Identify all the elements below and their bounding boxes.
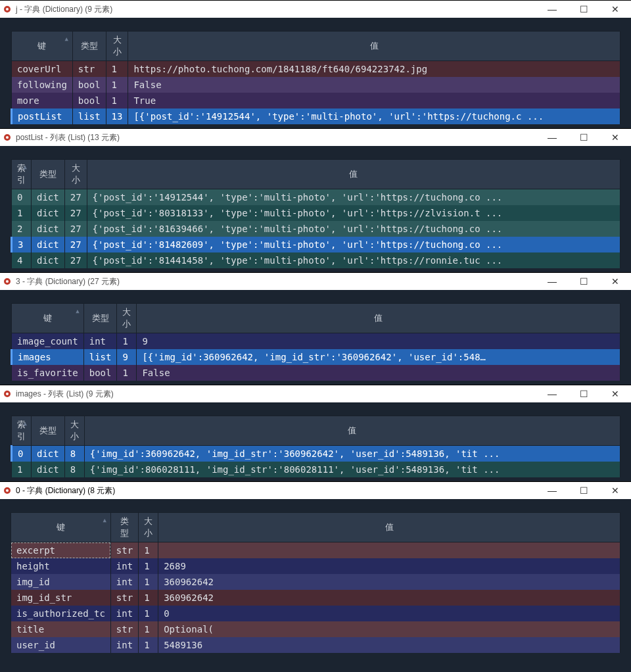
col-key[interactable]: 键	[12, 304, 84, 333]
minimize-button[interactable]: —	[539, 483, 565, 498]
window-title: images - 列表 (List) (9 元素)	[16, 389, 539, 400]
table-row[interactable]: 2dict27{'post_id':'81639466', 'type':'mu…	[12, 221, 620, 237]
svg-point-1	[6, 8, 9, 11]
col-type[interactable]: 类型	[32, 160, 65, 189]
table-row[interactable]: img_idint1360962642	[11, 574, 620, 590]
cell-size: 27	[64, 221, 87, 237]
window-title: postList - 列表 (List) (13 元素)	[16, 132, 539, 143]
table-row[interactable]: 4dict27{'post_id':'81441458', 'type':'mu…	[12, 252, 620, 268]
cell-size: 1	[106, 77, 128, 93]
window-title: 0 - 字典 (Dictionary) (8 元素)	[16, 485, 539, 496]
inspector-window-images: images - 列表 (List) (9 元素) — ☐ ✕ 索引 类型 大小…	[0, 385, 631, 481]
col-size[interactable]: 大小	[64, 160, 87, 189]
table-row[interactable]: 3dict27{'post_id':'81482609', 'type':'mu…	[12, 237, 620, 252]
window-controls: — ☐ ✕	[539, 386, 628, 402]
minimize-button[interactable]: —	[539, 386, 565, 402]
cell-type: dict	[32, 205, 65, 221]
col-key[interactable]: 键	[11, 513, 111, 542]
table-row[interactable]: postListlist13[{'post_id':'14912544', 't…	[12, 108, 620, 124]
table-row[interactable]: img_id_strstr1360962642	[11, 590, 620, 606]
cell-value: 360962642	[158, 590, 620, 606]
cell-value: {'post_id':'80318133', 'type':'multi-pho…	[87, 205, 620, 221]
close-button[interactable]: ✕	[602, 386, 628, 402]
close-button[interactable]: ✕	[602, 274, 628, 289]
col-size[interactable]: 大小	[139, 513, 158, 542]
table-row[interactable]: morebool1True	[12, 93, 620, 108]
cell-size: 1	[106, 93, 128, 108]
table-row[interactable]: imageslist9[{'img_id':360962642, 'img_id…	[12, 349, 620, 365]
titlebar[interactable]: images - 列表 (List) (9 元素) — ☐ ✕	[0, 385, 631, 402]
table-row[interactable]: titlestr1Optional(	[11, 621, 620, 637]
col-value[interactable]: 值	[158, 513, 620, 542]
cell-value: [{'img_id':360962642, 'img_id_str':'3609…	[137, 349, 620, 365]
table-row[interactable]: 1dict27{'post_id':'80318133', 'type':'mu…	[12, 205, 620, 221]
col-size[interactable]: 大小	[64, 416, 84, 446]
maximize-button[interactable]: ☐	[571, 130, 597, 145]
col-index[interactable]: 索引	[12, 160, 32, 189]
table-row[interactable]: is_favoritebool1False	[12, 365, 620, 381]
maximize-button[interactable]: ☐	[571, 274, 597, 289]
cell-key: 3	[12, 237, 32, 252]
col-type[interactable]: 类型	[72, 32, 106, 61]
titlebar[interactable]: j - 字典 (Dictionary) (9 元素) — ☐ ✕	[0, 1, 631, 18]
table-row[interactable]: image_countint19	[12, 333, 620, 350]
list-table: 索引 类型 大小 值 0dict27{'post_id':'14912544',…	[11, 159, 620, 268]
close-button[interactable]: ✕	[602, 1, 628, 17]
cell-key: postList	[12, 108, 73, 124]
maximize-button[interactable]: ☐	[571, 1, 597, 17]
cell-type: dict	[32, 237, 65, 252]
col-size[interactable]: 大小	[117, 304, 137, 333]
cell-type: int	[110, 558, 138, 574]
cell-key: 0	[12, 446, 32, 462]
maximize-button[interactable]: ☐	[571, 386, 597, 402]
cell-value: 2689	[158, 558, 620, 574]
cell-size: 1	[139, 590, 158, 606]
col-type[interactable]: 类型	[32, 416, 65, 446]
minimize-button[interactable]: —	[539, 274, 565, 289]
col-value[interactable]: 值	[128, 32, 620, 61]
titlebar[interactable]: postList - 列表 (List) (13 元素) — ☐ ✕	[0, 129, 631, 146]
col-size[interactable]: 大小	[106, 32, 128, 61]
table-row[interactable]: heightint12689	[11, 558, 620, 574]
cell-size: 1	[139, 637, 158, 653]
col-type[interactable]: 类型	[83, 304, 117, 333]
table-row[interactable]: 1dict8{'img_id':806028111, 'img_id_str':…	[12, 462, 620, 477]
titlebar[interactable]: 3 - 字典 (Dictionary) (27 元素) — ☐ ✕	[0, 273, 631, 290]
app-icon	[3, 486, 12, 495]
col-value[interactable]: 值	[87, 160, 620, 189]
table-row[interactable]: user_idint15489136	[11, 637, 620, 653]
cell-type: bool	[72, 93, 106, 108]
col-type[interactable]: 类型	[110, 513, 138, 542]
table-row[interactable]: followingbool1False	[12, 77, 620, 93]
cell-type: str	[72, 61, 106, 78]
cell-type: dict	[32, 221, 65, 237]
cell-type: dict	[32, 446, 65, 462]
titlebar-active[interactable]: 0 - 字典 (Dictionary) (8 元素) — ☐ ✕	[0, 482, 631, 499]
maximize-button[interactable]: ☐	[571, 483, 597, 498]
cell-size: 27	[64, 237, 87, 252]
close-button[interactable]: ✕	[602, 130, 628, 145]
col-value[interactable]: 值	[137, 304, 620, 333]
cell-value: {'img_id':806028111, 'img_id_str':'80602…	[84, 462, 620, 477]
cell-value: https://photo.tuchong.com/1841188/ft640/…	[128, 61, 620, 78]
inspector-window-dict3: 3 - 字典 (Dictionary) (27 元素) — ☐ ✕ 键 类型 大…	[0, 272, 631, 385]
cell-type: str	[110, 590, 138, 606]
table-row[interactable]: is_authorized_tcint10	[11, 606, 620, 621]
minimize-button[interactable]: —	[539, 130, 565, 145]
cell-size: 13	[106, 108, 128, 124]
cell-key: user_id	[11, 637, 111, 653]
cell-value: 9	[137, 333, 620, 350]
table-row[interactable]: 0dict27{'post_id':'14912544', 'type':'mu…	[12, 189, 620, 206]
table-row[interactable]: excerptstr1	[11, 542, 620, 559]
col-index[interactable]: 索引	[12, 416, 32, 446]
table-row[interactable]: 0dict8{'img_id':360962642, 'img_id_str':…	[12, 446, 620, 462]
cell-size: 1	[117, 365, 137, 381]
col-key[interactable]: 键	[12, 32, 73, 61]
minimize-button[interactable]: —	[539, 1, 565, 17]
table-row[interactable]: coverUrlstr1https://photo.tuchong.com/18…	[12, 61, 620, 78]
col-value[interactable]: 值	[84, 416, 620, 446]
cell-type: int	[110, 606, 138, 621]
dict-table: 键 类型 大小 值 excerptstr1heightint12689img_i…	[11, 512, 620, 653]
cell-size: 8	[64, 446, 84, 462]
close-button[interactable]: ✕	[602, 483, 628, 498]
